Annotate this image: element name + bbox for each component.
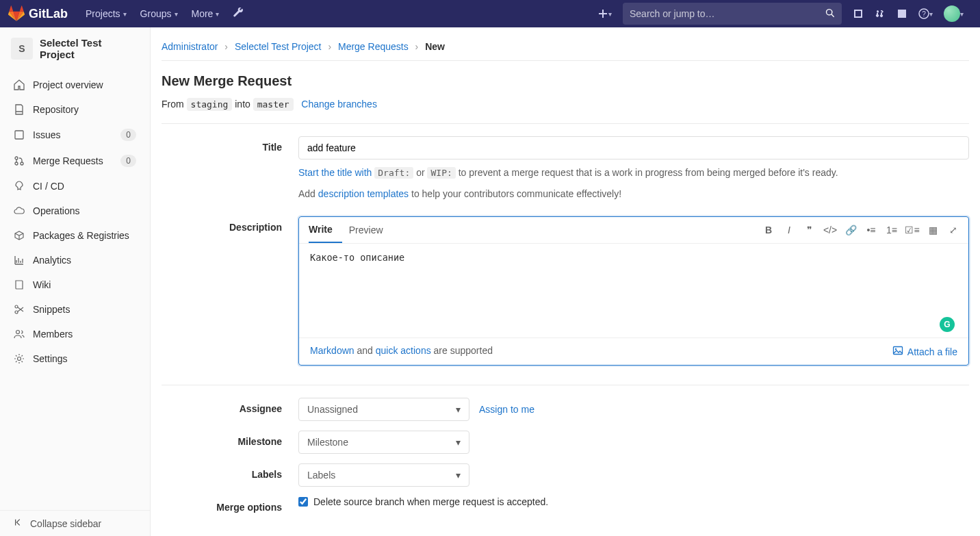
project-avatar: S: [11, 38, 33, 60]
sidebar-item-label: Members: [33, 329, 73, 340]
sidebar-item-settings[interactable]: Settings: [0, 346, 150, 371]
svg-point-9: [18, 357, 21, 361]
start-title-link[interactable]: Start the title with: [298, 167, 374, 178]
markdown-link[interactable]: Markdown: [310, 345, 354, 356]
book-icon: [14, 279, 25, 290]
title-input[interactable]: [298, 136, 969, 159]
issues-shortcut[interactable]: [847, 0, 869, 27]
sidebar-badge: 0: [120, 155, 136, 167]
brand-text: GitLab: [29, 7, 68, 21]
nav-admin-wrench[interactable]: [226, 1, 250, 27]
bullet-list-icon[interactable]: •≡: [866, 225, 877, 235]
attach-file[interactable]: Attach a file: [892, 345, 957, 358]
description-textarea[interactable]: [310, 252, 957, 327]
italic-icon[interactable]: I: [784, 225, 795, 235]
nav-more[interactable]: More: [185, 1, 227, 26]
chevron-left-icon: [14, 518, 23, 529]
branch-info: From staging into master Change branches: [162, 99, 969, 110]
assign-to-me[interactable]: Assign to me: [479, 404, 534, 415]
link-icon[interactable]: 🔗: [845, 225, 856, 235]
gitlab-logo[interactable]: GitLab: [8, 5, 73, 22]
wrench-icon: [233, 8, 244, 21]
sidebar-item-label: Repository: [33, 104, 79, 115]
breadcrumb-admin[interactable]: Administrator: [162, 41, 218, 52]
description-templates-link[interactable]: description templates: [318, 188, 409, 199]
breadcrumb-current: New: [425, 41, 445, 52]
labels-dropdown[interactable]: Labels ▾: [298, 463, 469, 487]
mr-icon: [14, 155, 25, 166]
collapse-sidebar[interactable]: Collapse sidebar: [0, 510, 150, 536]
sidebar-item-analytics[interactable]: Analytics: [0, 248, 150, 272]
sidebar-item-snippets[interactable]: Snippets: [0, 297, 150, 322]
svg-point-6: [15, 305, 18, 308]
sidebar-item-repository[interactable]: Repository: [0, 97, 150, 122]
repo-icon: [14, 104, 25, 115]
grammarly-badge[interactable]: G: [940, 317, 955, 332]
sidebar-item-label: Operations: [33, 205, 79, 216]
source-branch: staging: [187, 98, 233, 111]
sidebar-item-label: Project overview: [33, 79, 103, 90]
chevron-down-icon: ▾: [456, 404, 461, 415]
scissors-icon: [14, 304, 25, 315]
assignee-label: Assignee: [162, 398, 298, 414]
delete-source-checkbox[interactable]: Delete source branch when merge request …: [298, 496, 969, 507]
todos-shortcut[interactable]: [891, 0, 913, 27]
nav-groups[interactable]: Groups: [133, 1, 185, 26]
user-menu[interactable]: [938, 0, 969, 27]
sidebar-item-wiki[interactable]: Wiki: [0, 272, 150, 297]
tab-preview[interactable]: Preview: [349, 218, 393, 242]
milestone-label: Milestone: [162, 431, 298, 447]
sidebar-item-cicd[interactable]: CI / CD: [0, 174, 150, 199]
sidebar-item-packages[interactable]: Packages & Registries: [0, 223, 150, 248]
search-input[interactable]: [630, 8, 825, 19]
global-search[interactable]: [623, 3, 842, 25]
members-icon: [14, 329, 25, 340]
plus-menu[interactable]: [592, 0, 617, 27]
top-navbar: GitLab Projects Groups More ?: [0, 0, 980, 27]
package-icon: [14, 230, 25, 241]
delete-source-input[interactable]: [298, 497, 308, 507]
breadcrumb-project[interactable]: Selectel Test Project: [235, 41, 322, 52]
table-icon[interactable]: ▦: [927, 225, 938, 235]
chevron-down-icon: ▾: [456, 470, 461, 481]
target-branch: master: [253, 98, 294, 111]
main-content: Administrator › Selectel Test Project › …: [151, 27, 980, 536]
numbered-list-icon[interactable]: 1≡: [886, 225, 897, 235]
chevron-down-icon: ▾: [456, 437, 461, 448]
tab-write[interactable]: Write: [309, 217, 342, 243]
fullscreen-icon[interactable]: ⤢: [948, 225, 959, 235]
merge-requests-shortcut[interactable]: [869, 0, 891, 27]
rocket-icon: [14, 181, 25, 192]
editor-toolbar: B I ❞ </> 🔗 •≡ 1≡ ☑≡ ▦ ⤢: [763, 220, 959, 240]
project-header[interactable]: S Selectel Test Project: [0, 27, 150, 70]
tanuki-icon: [8, 5, 25, 22]
sidebar-item-issues[interactable]: Issues 0: [0, 122, 150, 148]
nav-projects[interactable]: Projects: [79, 1, 133, 26]
bold-icon[interactable]: B: [763, 225, 774, 235]
sidebar-item-operations[interactable]: Operations: [0, 199, 150, 223]
breadcrumb-mr[interactable]: Merge Requests: [338, 41, 409, 52]
sidebar-item-overview[interactable]: Project overview: [0, 73, 150, 97]
svg-point-7: [15, 311, 18, 314]
help-menu[interactable]: ?: [913, 0, 938, 27]
svg-point-8: [16, 331, 20, 334]
code-icon[interactable]: </>: [825, 225, 836, 235]
quick-actions-link[interactable]: quick actions: [376, 345, 431, 356]
change-branches-link[interactable]: Change branches: [301, 99, 377, 110]
sidebar-item-merge-requests[interactable]: Merge Requests 0: [0, 148, 150, 174]
breadcrumb: Administrator › Selectel Test Project › …: [162, 38, 969, 61]
sidebar-item-label: CI / CD: [33, 181, 64, 192]
svg-point-5: [21, 162, 23, 165]
quote-icon[interactable]: ❞: [804, 225, 815, 235]
task-list-icon[interactable]: ☑≡: [907, 225, 918, 235]
sidebar-item-label: Issues: [33, 129, 60, 140]
svg-point-3: [15, 157, 18, 159]
home-icon: [14, 79, 25, 90]
svg-rect-2: [15, 131, 23, 139]
assignee-dropdown[interactable]: Unassigned ▾: [298, 398, 469, 421]
milestone-dropdown[interactable]: Milestone ▾: [298, 431, 469, 454]
chart-icon: [14, 255, 25, 266]
project-name: Selectel Test Project: [40, 37, 139, 60]
sidebar-item-members[interactable]: Members: [0, 322, 150, 346]
page-title: New Merge Request: [162, 73, 969, 89]
